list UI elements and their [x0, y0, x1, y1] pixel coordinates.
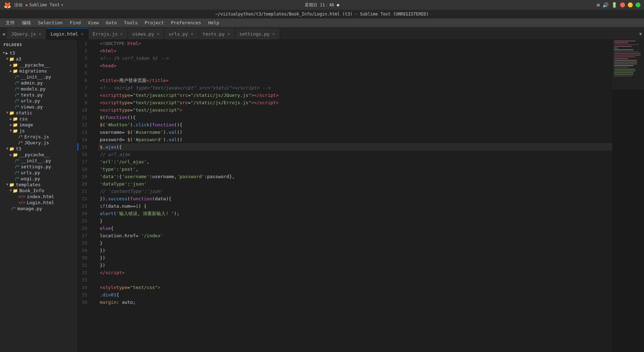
tab-close-views[interactable]: ✕ [156, 31, 160, 37]
sidebar-header: FOLDERS [0, 40, 77, 50]
menu-file[interactable]: 文件 [3, 19, 18, 27]
menu-selection[interactable]: Selection [35, 19, 65, 26]
sidebar-item-views[interactable]: /* views.py [0, 104, 77, 110]
menu-preferences[interactable]: Preferences [168, 19, 204, 26]
network-icon: ⊞ [597, 2, 600, 8]
line-number-container: 1234567891011121314151617181920212223242… [77, 40, 90, 306]
sidebar-item-errojs[interactable]: /* Errojs.js [0, 134, 77, 140]
sidebar-item-settings[interactable]: /* settings.py [0, 164, 77, 170]
tab-scroll-left[interactable]: ◀ [0, 28, 7, 39]
arrow-icon: ▶ [10, 117, 12, 121]
sidebar-item-index-html[interactable]: </> index.html [0, 194, 77, 200]
menu-find[interactable]: Find [67, 19, 83, 26]
tab-close-settings[interactable]: ✕ [272, 31, 276, 37]
code-line-21: // 'contentType':'json' [98, 188, 612, 195]
editor-container[interactable]: 1234567891011121314151617181920212223242… [77, 40, 644, 352]
filepath-text: ~/viitualpython/t3/templates/Book_Info/L… [215, 12, 429, 17]
sidebar-item-js[interactable]: ▶ 📁 js [0, 128, 77, 134]
tree-label: urls.py [21, 170, 40, 175]
sidebar-item-urls1[interactable]: /* urls.py [0, 98, 77, 104]
tab-label: Errojs.js [93, 31, 117, 37]
arrow-icon: ▶ [6, 58, 9, 60]
tree-label: models.py [21, 86, 45, 92]
close-button[interactable] [620, 2, 625, 7]
menu-project[interactable]: Project [142, 19, 167, 26]
tree-label: migrations [19, 68, 47, 74]
file-icon-py: /* [15, 164, 19, 169]
folder-icon: 📁 [13, 117, 18, 121]
tab-settings[interactable]: settings.py ✕ [235, 28, 280, 39]
sidebar-item-a3[interactable]: ▶ 📁 a3 [0, 56, 77, 62]
tab-close-errojs[interactable]: ✕ [120, 31, 123, 37]
firefox-icon: 🦊 [4, 1, 11, 9]
sidebar-item-jquery[interactable]: /* JQuery.js [0, 140, 77, 146]
tree-label: __pycache__ [19, 62, 50, 68]
arrow-icon: ▶ [10, 153, 12, 157]
file-icon-py: /* [15, 176, 19, 181]
sidebar-item-pycache2[interactable]: ▶ 📁 __pycache__ [0, 152, 77, 158]
sidebar-item-migrations[interactable]: ▶ 📁 migrations [0, 68, 77, 74]
sidebar-item-t3-root[interactable]: ▶ ▶ t3 [0, 50, 77, 56]
maximize-button[interactable] [636, 2, 640, 7]
sidebar-item-wsgi[interactable]: /* wsgi.py [0, 176, 77, 182]
sidebar-item-templates[interactable]: ▶ 📁 templates [0, 182, 77, 188]
sidebar-item-static[interactable]: ▶ 📁 static [0, 110, 77, 116]
sidebar-item-init2[interactable]: /* __init__.py [0, 158, 77, 164]
menu-view[interactable]: View [85, 19, 102, 26]
tree-label: admin.py [21, 80, 43, 86]
battery-icon: 🔋 [611, 2, 617, 8]
tab-urls[interactable]: urls.py ✕ [165, 28, 198, 39]
file-icon-html: </> [18, 200, 25, 205]
tab-jquery[interactable]: JQuery.js ✕ [7, 28, 46, 39]
code-line-5 [98, 69, 612, 77]
tab-login[interactable]: Login.html ✕ [46, 28, 89, 39]
code-line-36: margin: auto; [98, 298, 612, 306]
tab-close-urls[interactable]: ✕ [190, 31, 194, 37]
code-line-22: }).success(function(data){ [98, 195, 612, 202]
menu-edit[interactable]: 编辑 [19, 19, 34, 27]
sidebar-item-models[interactable]: /* models.py [0, 86, 77, 92]
sidebar-item-book-info[interactable]: ▶ 📁 Book_Info [0, 188, 77, 194]
sidebar-item-t3-inner[interactable]: ▶ 📁 t3 [0, 146, 77, 152]
file-icon-py: /* [15, 87, 19, 91]
arrow-icon: ▶ [10, 69, 12, 73]
sublime-icon: ◆ [25, 2, 28, 7]
tab-label: views.py [132, 31, 154, 37]
sidebar-item-admin[interactable]: /* admin.py [0, 80, 77, 86]
tab-tests[interactable]: tests.py ✕ [199, 28, 235, 39]
tree-label: js [19, 128, 25, 133]
menu-goto[interactable]: Goto [103, 19, 120, 26]
code-line-26: else{ [98, 225, 612, 232]
menu-tools[interactable]: Tools [121, 19, 140, 26]
minimize-button[interactable] [628, 2, 633, 7]
tab-close-login[interactable]: ✕ [80, 31, 84, 37]
sidebar-item-init1[interactable]: /* __init__.py [0, 74, 77, 80]
sidebar-item-login-html[interactable]: </> Login.html [0, 200, 77, 206]
tab-label: Login.html [51, 31, 78, 37]
code-line-27: location.href = '/index' [98, 232, 612, 239]
tab-close-tests[interactable]: ✕ [227, 31, 231, 37]
file-icon-py: /* [15, 170, 19, 175]
sidebar-item-pycache1[interactable]: ▶ 📁 __pycache__ [0, 62, 77, 68]
tree-label: css [19, 116, 27, 121]
menu-help[interactable]: Help [205, 19, 222, 26]
file-icon-py: /* [15, 99, 19, 103]
code-line-28: } [98, 239, 612, 247]
chevron-down-icon[interactable]: ▼ [61, 3, 63, 7]
tree-label: Login.html [27, 200, 54, 205]
code-editor[interactable]: <!DOCTYPE html><html><!-- {% csrf_token … [93, 40, 612, 352]
sidebar-item-tests[interactable]: /* tests.py [0, 92, 77, 98]
tab-errojs[interactable]: Errojs.js ✕ [89, 28, 128, 39]
code-line-29: }) [98, 247, 612, 254]
sidebar-item-image[interactable]: ▶ 📁 image [0, 122, 77, 128]
tab-views[interactable]: views.py ✕ [128, 28, 165, 39]
tab-overflow[interactable]: ▼ [637, 28, 644, 39]
sidebar-item-css[interactable]: ▶ 📁 css [0, 116, 77, 122]
menu-bar: 文件 编辑 Selection Find View Goto Tools Pro… [0, 18, 644, 27]
sidebar-item-manage[interactable]: /* manage.py [0, 206, 77, 212]
tab-close-jquery[interactable]: ✕ [38, 31, 42, 37]
sidebar-item-urls2[interactable]: /* urls.py [0, 170, 77, 176]
title-bar-right: ⊞ 🔊 🔋 [597, 2, 640, 8]
folder-icon: 📁 [13, 188, 18, 193]
tabs-bar: ◀ JQuery.js ✕ Login.html ✕ Errojs.js ✕ v… [0, 27, 644, 40]
